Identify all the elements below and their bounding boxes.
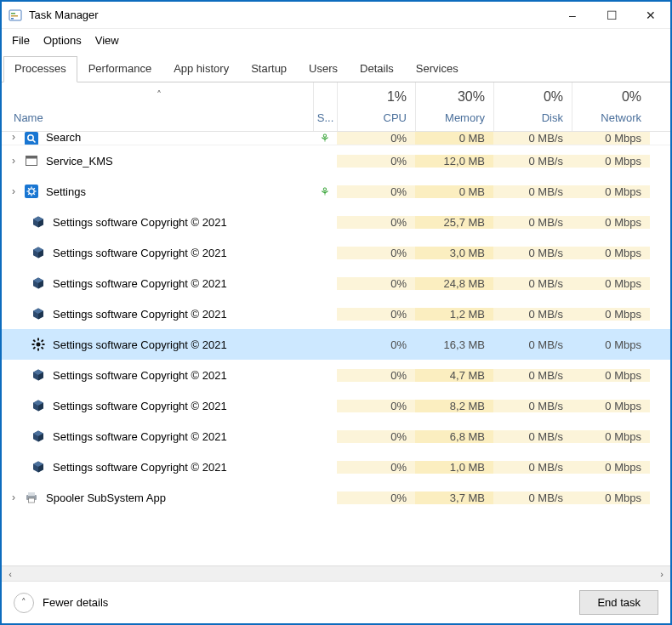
expand-toggle-icon[interactable]: › xyxy=(7,155,20,167)
cell-name: Settings software Copyright © 2021 xyxy=(2,276,313,291)
tab-processes[interactable]: Processes xyxy=(3,56,77,82)
column-header-status[interactable]: S... xyxy=(313,82,337,131)
process-table: ˄ Name S... 1% CPU 30% Memory 0% Disk 0%… xyxy=(2,82,670,581)
cell-mem: 3,7 MB xyxy=(415,491,493,504)
table-row[interactable]: Settings software Copyright © 20210%3,0 … xyxy=(2,237,670,268)
gear-black-icon xyxy=(31,337,46,352)
cell-mem: 1,2 MB xyxy=(415,308,493,321)
cube-icon xyxy=(31,306,46,321)
cell-status: ⚘ xyxy=(313,132,337,145)
column-header-memory[interactable]: 30% Memory xyxy=(415,82,493,131)
cell-name: ›Spooler SubSystem App xyxy=(2,490,313,505)
svg-rect-37 xyxy=(41,346,44,349)
cell-mem: 0 MB xyxy=(415,185,493,198)
table-row[interactable]: Settings software Copyright © 20210%1,2 … xyxy=(2,298,670,329)
cube-icon xyxy=(31,459,46,474)
tab-users[interactable]: Users xyxy=(298,56,349,82)
cell-cpu: 0% xyxy=(337,216,415,229)
cell-net: 0 Mbps xyxy=(572,132,650,145)
fewer-details-button[interactable]: ˄ Fewer details xyxy=(14,593,108,613)
process-name: Settings software Copyright © 2021 xyxy=(53,400,227,412)
cell-net: 0 Mbps xyxy=(572,400,650,412)
svg-point-31 xyxy=(37,343,41,347)
table-row[interactable]: Settings software Copyright © 20210%1,0 … xyxy=(2,452,670,482)
column-header-cpu[interactable]: 1% CPU xyxy=(337,82,415,131)
column-header-network[interactable]: 0% Network xyxy=(572,82,650,131)
tab-startup[interactable]: Startup xyxy=(240,56,298,82)
expand-toggle-icon[interactable]: › xyxy=(7,491,20,503)
table-row[interactable]: ›Service_KMS0%12,0 MB0 MB/s0 Mbps xyxy=(2,145,670,176)
cell-disk: 0 MB/s xyxy=(493,308,572,321)
footer: ˄ Fewer details End task xyxy=(2,581,670,623)
end-task-button[interactable]: End task xyxy=(579,590,658,615)
column-header-name[interactable]: ˄ Name xyxy=(2,82,313,131)
tab-performance[interactable]: Performance xyxy=(77,56,162,82)
cube-icon xyxy=(31,429,46,444)
cell-name: ›Service_KMS xyxy=(2,153,313,168)
process-rows[interactable]: ›Search⚘0%0 MB0 MB/s0 Mbps›Service_KMS0%… xyxy=(2,132,670,565)
table-row[interactable]: Settings software Copyright © 20210%8,2 … xyxy=(2,390,670,421)
menu-file[interactable]: File xyxy=(7,32,35,48)
cell-name: Settings software Copyright © 2021 xyxy=(2,398,313,413)
cell-disk: 0 MB/s xyxy=(493,155,572,168)
expand-toggle-icon[interactable]: › xyxy=(7,185,20,197)
svg-rect-35 xyxy=(43,344,45,345)
gear-app-icon xyxy=(24,184,39,199)
svg-rect-53 xyxy=(28,492,35,496)
table-row[interactable]: Settings software Copyright © 20210%4,7 … xyxy=(2,360,670,390)
cell-cpu: 0% xyxy=(337,155,415,168)
cell-cpu: 0% xyxy=(337,461,415,474)
cell-mem: 4,7 MB xyxy=(415,369,493,382)
cell-name: Settings software Copyright © 2021 xyxy=(2,245,313,260)
expand-toggle-icon[interactable]: › xyxy=(7,132,20,143)
svg-rect-8 xyxy=(26,156,37,159)
svg-line-16 xyxy=(34,194,35,195)
table-row[interactable]: Settings software Copyright © 20210%16,3… xyxy=(2,329,670,360)
tab-details[interactable]: Details xyxy=(349,56,405,82)
scroll-left-icon[interactable]: ‹ xyxy=(3,569,17,579)
menu-options[interactable]: Options xyxy=(38,32,87,48)
cell-cpu: 0% xyxy=(337,430,415,443)
cube-icon xyxy=(31,398,46,413)
process-name: Settings software Copyright © 2021 xyxy=(53,308,227,321)
cell-disk: 0 MB/s xyxy=(493,132,572,145)
table-row[interactable]: ›Spooler SubSystem App0%3,7 MB0 MB/s0 Mb… xyxy=(2,482,670,513)
column-headers: ˄ Name S... 1% CPU 30% Memory 0% Disk 0%… xyxy=(2,82,670,132)
cell-cpu: 0% xyxy=(337,132,415,145)
close-button[interactable]: ✕ xyxy=(631,3,670,28)
table-row[interactable]: Settings software Copyright © 20210%6,8 … xyxy=(2,421,670,452)
table-row[interactable]: Settings software Copyright © 20210%25,7… xyxy=(2,207,670,237)
cell-disk: 0 MB/s xyxy=(493,247,572,259)
minimize-button[interactable]: – xyxy=(553,3,592,28)
cell-net: 0 Mbps xyxy=(572,185,650,198)
svg-rect-4 xyxy=(25,132,38,145)
tab-services[interactable]: Services xyxy=(405,56,470,82)
process-name: Service_KMS xyxy=(46,155,113,168)
tab-app-history[interactable]: App history xyxy=(162,56,240,82)
cell-name: ›Settings xyxy=(2,184,313,199)
cell-name: Settings software Copyright © 2021 xyxy=(2,459,313,474)
cell-disk: 0 MB/s xyxy=(493,277,572,290)
table-row[interactable]: Settings software Copyright © 20210%24,8… xyxy=(2,268,670,298)
process-name: Settings software Copyright © 2021 xyxy=(53,430,227,443)
process-name: Settings software Copyright © 2021 xyxy=(53,247,227,259)
cell-cpu: 0% xyxy=(337,277,415,290)
window-icon xyxy=(24,153,39,168)
column-header-disk[interactable]: 0% Disk xyxy=(493,82,572,131)
leaf-icon: ⚘ xyxy=(320,132,330,145)
horizontal-scrollbar[interactable]: ‹ › xyxy=(2,565,670,581)
svg-line-17 xyxy=(28,194,29,195)
menu-view[interactable]: View xyxy=(90,32,124,48)
cell-net: 0 Mbps xyxy=(572,338,650,351)
scroll-right-icon[interactable]: › xyxy=(655,569,669,579)
cell-cpu: 0% xyxy=(337,308,415,321)
titlebar: Task Manager – ☐ ✕ xyxy=(2,2,670,29)
process-name: Spooler SubSystem App xyxy=(46,491,166,504)
cell-name: ›Search xyxy=(2,132,313,145)
table-row[interactable]: ›Settings⚘0%0 MB0 MB/s0 Mbps xyxy=(2,176,670,207)
cell-cpu: 0% xyxy=(337,369,415,382)
table-row[interactable]: ›Search⚘0%0 MB0 MB/s0 Mbps xyxy=(2,132,670,145)
svg-rect-34 xyxy=(32,344,35,345)
cell-name: Settings software Copyright © 2021 xyxy=(2,337,313,352)
maximize-button[interactable]: ☐ xyxy=(592,3,631,28)
